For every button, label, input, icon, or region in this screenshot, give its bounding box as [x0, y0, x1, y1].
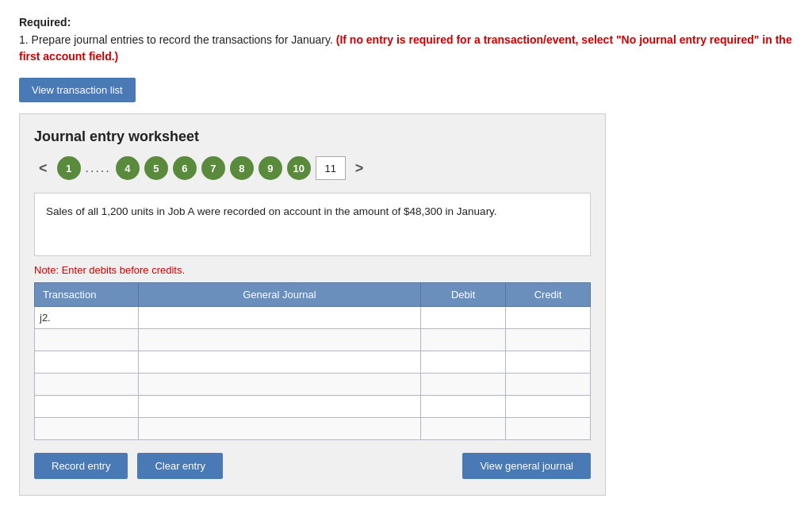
worksheet-title: Journal entry worksheet: [34, 128, 591, 145]
debit-cell[interactable]: [421, 329, 506, 351]
table-row: [35, 418, 591, 440]
page-6-button[interactable]: 6: [173, 156, 197, 180]
credit-cell[interactable]: [506, 307, 591, 329]
page-9-button[interactable]: 9: [259, 156, 282, 180]
journal-cell[interactable]: [138, 396, 420, 418]
journal-cell[interactable]: [138, 374, 420, 396]
debit-cell[interactable]: [421, 396, 506, 418]
debit-cell[interactable]: [421, 307, 506, 329]
table-row: [35, 351, 591, 374]
credit-cell[interactable]: [506, 329, 591, 351]
col-header-transaction: Transaction: [35, 283, 139, 307]
journal-cell[interactable]: [138, 418, 420, 440]
transaction-cell: [35, 351, 139, 374]
current-page-box: 11: [316, 156, 346, 180]
page-8-button[interactable]: 8: [230, 156, 254, 180]
prev-page-button[interactable]: <: [34, 159, 52, 178]
table-row: [35, 374, 591, 396]
transaction-cell: [35, 418, 139, 440]
col-header-general-journal: General Journal: [138, 283, 420, 307]
table-row: [35, 396, 591, 418]
table-row: [35, 329, 591, 351]
transaction-cell: [35, 329, 139, 351]
table-header-row: Transaction General Journal Debit Credit: [35, 283, 591, 307]
col-header-debit: Debit: [421, 283, 506, 307]
note-text: Note: Enter debits before credits.: [34, 264, 591, 276]
credit-cell[interactable]: [506, 374, 591, 396]
debit-cell[interactable]: [421, 351, 506, 374]
view-general-journal-button[interactable]: View general journal: [462, 453, 591, 479]
next-page-button[interactable]: >: [350, 159, 369, 178]
credit-cell[interactable]: [506, 418, 591, 440]
page-5-button[interactable]: 5: [144, 156, 168, 180]
transaction-cell: j2.: [35, 307, 139, 329]
page-dots: .....: [86, 161, 111, 175]
transaction-cell: [35, 374, 139, 396]
journal-table: Transaction General Journal Debit Credit…: [34, 282, 591, 440]
credit-cell[interactable]: [506, 351, 591, 374]
pagination: < 1 ..... 4 5 6 7 8 9 10 11 >: [34, 156, 591, 180]
page-4-button[interactable]: 4: [116, 156, 140, 180]
required-label: Required:: [19, 16, 793, 29]
table-row: j2.: [35, 307, 591, 329]
journal-cell[interactable]: [138, 307, 420, 329]
page-1-button[interactable]: 1: [57, 156, 81, 180]
page-7-button[interactable]: 7: [201, 156, 225, 180]
view-transaction-list-button[interactable]: View transaction list: [19, 78, 136, 102]
col-header-credit: Credit: [506, 283, 591, 307]
button-row: Record entry Clear entry View general jo…: [34, 453, 591, 479]
journal-cell[interactable]: [138, 351, 420, 374]
instructions: 1. Prepare journal entries to record the…: [19, 32, 793, 65]
instructions-text: 1. Prepare journal entries to record the…: [19, 33, 336, 46]
journal-cell[interactable]: [138, 329, 420, 351]
debit-cell[interactable]: [421, 374, 506, 396]
transaction-cell: [35, 396, 139, 418]
worksheet-container: Journal entry worksheet < 1 ..... 4 5 6 …: [19, 113, 606, 496]
record-entry-button[interactable]: Record entry: [34, 453, 128, 479]
clear-entry-button[interactable]: Clear entry: [137, 453, 223, 479]
page-10-button[interactable]: 10: [287, 156, 311, 180]
debit-cell[interactable]: [421, 418, 506, 440]
credit-cell[interactable]: [506, 396, 591, 418]
description-box: Sales of all 1,200 units in Job A were r…: [34, 193, 591, 256]
